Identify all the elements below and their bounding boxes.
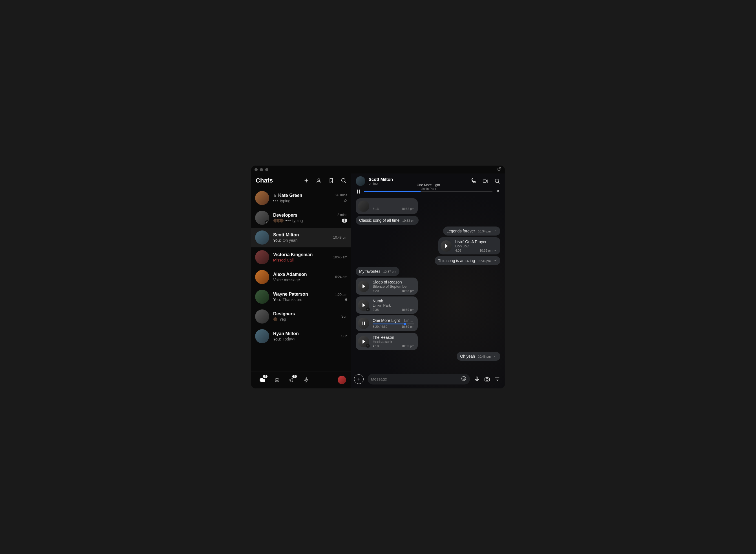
peer-avatar[interactable]	[356, 176, 365, 186]
conversation-header: Scott Milton online	[351, 173, 505, 187]
song-card[interactable]: - 5:1310:32 pm	[356, 198, 418, 214]
attach-button[interactable]	[354, 374, 364, 384]
svg-point-5	[262, 379, 265, 382]
song-card[interactable]: Livin' On A Prayer Bon Jovi 4:09 10:36 p…	[438, 237, 500, 255]
window-minimize[interactable]	[260, 168, 263, 171]
message-time: 10:39 pm	[401, 308, 415, 312]
play-button[interactable]	[358, 299, 369, 311]
audio-call-icon[interactable]	[470, 178, 477, 184]
avatar	[255, 191, 269, 205]
mic-icon[interactable]	[474, 376, 480, 382]
now-playing-progress[interactable]: One More Light Linkin Park	[364, 188, 493, 195]
avatar	[255, 290, 269, 304]
download-icon[interactable]	[366, 308, 370, 312]
window-close[interactable]	[255, 168, 258, 171]
chat-preview: Voice message	[273, 278, 300, 282]
avatar	[255, 310, 269, 324]
message-bubble[interactable]: Legends forever 10:34 pm	[443, 226, 500, 235]
filter-icon[interactable]	[494, 376, 500, 382]
song-card[interactable]: One More Light – Lin... 3:29 / 4:3010:39…	[356, 315, 418, 331]
bookmark-icon[interactable]	[328, 177, 334, 184]
message: This song is amazing 10:36 pm	[356, 256, 500, 265]
chat-item[interactable]: Scott Milton You:Oh yeah 10:48 pm	[251, 228, 351, 247]
composer	[351, 371, 505, 388]
song-card[interactable]: Numb Linkin Park 2:3810:39 pm	[356, 296, 418, 314]
compose-icon[interactable]	[303, 177, 310, 184]
sender-avatar	[273, 317, 278, 322]
tab-activity[interactable]	[300, 375, 313, 385]
chat-item[interactable]: Kate Green typing 26 mins	[251, 188, 351, 208]
peer-name[interactable]: Scott Milton	[369, 177, 393, 182]
chat-item[interactable]: Alexa Adamson Voice message 6:24 am	[251, 267, 351, 287]
sidebar: Chats Kate Green	[251, 173, 351, 388]
chat-item[interactable]: Developers typing 2 mins 6	[251, 208, 351, 228]
tab-broadcast-badge: 8	[292, 375, 297, 378]
play-button[interactable]	[441, 240, 452, 252]
message-text: My favorites	[359, 269, 380, 274]
chat-list[interactable]: Kate Green typing 26 mins	[251, 188, 351, 371]
message-text: Classic song of all time	[359, 218, 399, 223]
message-bubble[interactable]: Oh yeah 10:48 pm	[457, 352, 500, 361]
download-icon[interactable]	[366, 344, 370, 348]
play-button[interactable]	[358, 336, 369, 347]
message-text: Legends forever	[446, 229, 475, 233]
contacts-icon[interactable]	[316, 177, 322, 184]
message-time: 10:34 pm	[478, 230, 491, 233]
you-label: You:	[273, 297, 281, 302]
video-call-icon[interactable]	[482, 178, 489, 184]
emoji-button[interactable]	[461, 376, 466, 383]
now-playing-bar: One More Light Linkin Park	[351, 187, 505, 197]
tab-chats[interactable]: 6	[256, 375, 269, 385]
message-input-wrap[interactable]	[368, 374, 470, 384]
chat-item[interactable]: Designers Yep Sun	[251, 307, 351, 326]
conversation-pane: Scott Milton online One More Light Linki…	[351, 173, 505, 388]
avatar	[255, 329, 269, 343]
tab-chats-badge: 6	[263, 375, 267, 378]
tab-bots[interactable]	[271, 375, 283, 385]
chat-time: 26 mins	[335, 193, 347, 197]
song-artist: Bon Jovi	[455, 244, 497, 248]
profile-avatar[interactable]	[338, 376, 346, 384]
song-cover[interactable]	[358, 201, 369, 212]
typing-indicator	[286, 220, 291, 221]
message-bubble[interactable]: This song is amazing 10:36 pm	[435, 256, 500, 265]
song-card[interactable]: The Reason Hoobastank 4:1010:39 pm	[356, 333, 418, 350]
message: Numb Linkin Park 2:3810:39 pm	[356, 296, 500, 314]
popout-icon[interactable]	[497, 167, 501, 171]
chat-name: Scott Milton	[273, 232, 299, 237]
avatar	[255, 230, 269, 244]
chat-item[interactable]: Wayne Paterson You:Thanks bro 1:20 am	[251, 287, 351, 307]
chat-item[interactable]: Victoria Kingsman Missed Call 10:45 am	[251, 247, 351, 267]
avatar	[255, 211, 269, 225]
messages-list[interactable]: - 5:1310:32 pm Classic song of all time …	[351, 197, 505, 371]
message-input[interactable]	[371, 377, 461, 381]
now-playing-pause[interactable]	[356, 189, 361, 193]
sidebar-bottombar: 6 8	[251, 371, 351, 388]
tab-broadcast[interactable]: 8	[286, 375, 298, 385]
svg-rect-11	[357, 189, 358, 193]
search-in-chat-icon[interactable]	[494, 178, 500, 184]
play-button[interactable]	[358, 281, 369, 292]
typing-label: typing	[280, 199, 290, 203]
search-icon[interactable]	[340, 177, 347, 184]
now-playing-close[interactable]	[496, 189, 500, 195]
chat-item[interactable]: Ryan Milton You:Today? Sun	[251, 326, 351, 346]
message-time: 10:36 pm	[478, 259, 491, 263]
chat-time: 10:48 pm	[333, 235, 347, 239]
song-duration: 4:10	[373, 344, 379, 348]
message-bubble[interactable]: My favorites 10:37 pm	[356, 267, 399, 276]
message-time: 10:39 pm	[401, 344, 415, 348]
song-progress[interactable]	[373, 324, 415, 324]
message-text: Oh yeah	[460, 354, 475, 358]
song-card[interactable]: Sleep of Reason Silence of September 4:2…	[356, 278, 418, 295]
song-title: One More Light – Lin...	[373, 318, 415, 323]
pause-button[interactable]	[358, 318, 369, 329]
chat-name: Kate Green	[278, 193, 302, 198]
song-artist: Linkin Park	[373, 303, 415, 308]
message-bubble[interactable]: Classic song of all time 10:33 pm	[356, 216, 419, 225]
camera-icon[interactable]	[484, 376, 490, 382]
svg-point-8	[277, 380, 278, 381]
chat-name: Alexa Adamson	[273, 272, 307, 277]
chat-time: 6:24 am	[335, 275, 347, 279]
window-zoom[interactable]	[265, 168, 268, 171]
